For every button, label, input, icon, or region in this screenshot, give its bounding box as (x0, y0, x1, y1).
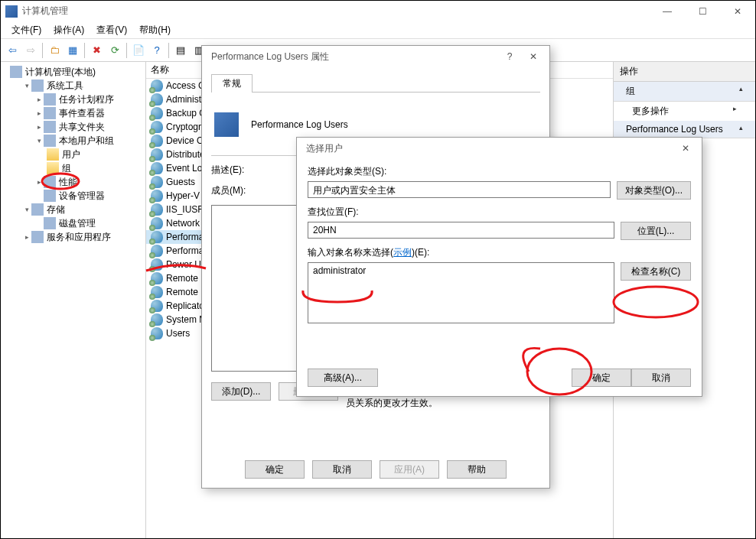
group-icon (151, 217, 163, 229)
description-label: 描述(E): (211, 164, 268, 177)
dialog-footer: 确定 取消 应用(A) 帮助 (202, 460, 549, 479)
group-icon (151, 135, 163, 147)
examples-link[interactable]: 示例 (393, 247, 412, 258)
group-icon (151, 148, 163, 161)
maximize-button[interactable]: ☐ (685, 1, 720, 22)
check-names-button[interactable]: 检查名称(C) (621, 262, 691, 281)
group-icon (151, 107, 163, 119)
advanced-button[interactable]: 高级(A)... (308, 369, 378, 387)
tabstrip: 常规 (211, 73, 540, 93)
tree-task-scheduler[interactable]: ▸任务计划程序 (2, 93, 144, 106)
location-value: 20HN (308, 222, 614, 239)
help-button[interactable]: 帮助 (447, 460, 507, 479)
tree-local-users-groups[interactable]: ▾本地用户和组 (2, 134, 144, 148)
titlebar: 计算机管理 — ☐ ✕ (1, 1, 755, 22)
collapse-icon: ▴ (739, 124, 743, 135)
folder-icon (47, 162, 59, 174)
group-icon (151, 327, 163, 339)
dialog-titlebar[interactable]: 选择用户 ✕ (297, 138, 702, 159)
menu-file[interactable]: 文件(F) (5, 22, 47, 38)
tree-pane[interactable]: 计算机管理(本地) ▾系统工具 ▸任务计划程序 ▸事件查看器 ▸共享文件夹 ▾本… (1, 62, 146, 538)
back-button[interactable]: ⇦ (4, 42, 21, 59)
group-icon (151, 190, 163, 202)
actions-title: 操作 (614, 62, 755, 82)
forward-button[interactable]: ⇨ (22, 42, 39, 59)
group-icon (151, 231, 163, 243)
cancel-button[interactable]: 取消 (631, 369, 691, 387)
group-icon (151, 313, 163, 326)
group-icon (151, 286, 163, 298)
folder-icon (47, 148, 59, 161)
object-name-input[interactable] (308, 262, 614, 323)
actions-section-perflog[interactable]: Performance Log Users▴ (614, 121, 755, 138)
group-icon (151, 93, 163, 106)
group-icon (151, 272, 163, 284)
export-button[interactable]: 📄 (130, 42, 147, 59)
dialog-title-text: Performance Log Users 属性 (211, 50, 329, 63)
tree-storage[interactable]: ▾存储 (2, 203, 144, 216)
menubar: 文件(F) 操作(A) 查看(V) 帮助(H) (1, 22, 755, 39)
object-types-button[interactable]: 对象类型(O)... (617, 181, 691, 200)
app-icon (5, 5, 18, 18)
tab-general[interactable]: 常规 (211, 74, 253, 93)
group-icon (151, 162, 163, 174)
tree-groups[interactable]: 组 (2, 161, 144, 175)
collapse-icon: ▴ (739, 85, 743, 98)
tree-system-tools[interactable]: ▾系统工具 (2, 79, 144, 93)
tree-shared-folders[interactable]: ▸共享文件夹 (2, 120, 144, 134)
properties-button[interactable]: ▦ (64, 42, 81, 59)
actions-section-group[interactable]: 组▴ (614, 82, 755, 102)
group-icon (151, 258, 163, 271)
group-icon (151, 245, 163, 257)
members-label: 成员(M): (211, 184, 268, 197)
list-item-label: Users (166, 328, 190, 339)
dialog-select-user: 选择用户 ✕ 选择此对象类型(S): 用户或内置安全主体 对象类型(O)... … (296, 137, 702, 397)
menu-view[interactable]: 查看(V) (90, 22, 133, 38)
object-name-label: 输入对象名称来选择(示例)(E): (308, 246, 691, 259)
close-button[interactable]: ✕ (720, 1, 755, 22)
delete-button[interactable]: ✖ (88, 42, 105, 59)
dialog-close-button[interactable]: ✕ (673, 140, 699, 157)
location-label: 查找位置(F): (308, 206, 691, 219)
help-button[interactable]: ? (148, 42, 165, 59)
group-icon (151, 176, 163, 188)
window-title: 计算机管理 (22, 5, 68, 18)
add-button[interactable]: 添加(D)... (211, 382, 271, 401)
locations-button[interactable]: 位置(L)... (621, 222, 691, 240)
group-icon (151, 80, 163, 92)
view1-button[interactable]: ▤ (172, 42, 189, 59)
list-item-label: Guests (166, 177, 195, 187)
menu-help[interactable]: 帮助(H) (133, 22, 177, 38)
ok-button[interactable]: 确定 (245, 460, 305, 479)
tree-device-manager[interactable]: 设备管理器 (2, 189, 144, 203)
minimize-button[interactable]: — (650, 1, 685, 22)
ok-button[interactable]: 确定 (572, 369, 631, 387)
dialog-close-button[interactable]: ✕ (520, 48, 546, 65)
dialog-titlebar[interactable]: Performance Log Users 属性 ? ✕ (202, 46, 549, 67)
up-button[interactable]: 🗀 (46, 42, 63, 59)
dialog-help-button[interactable]: ? (499, 51, 520, 62)
tree-disk-mgmt[interactable]: 磁盘管理 (2, 216, 144, 230)
col-name: 名称 (151, 63, 169, 76)
cancel-button[interactable]: 取消 (312, 460, 372, 479)
group-icon (214, 112, 239, 137)
group-name-label: Performance Log Users (251, 119, 348, 130)
actions-more[interactable]: 更多操作▸ (614, 102, 755, 121)
tree-event-viewer[interactable]: ▸事件查看器 (2, 106, 144, 120)
object-type-label: 选择此对象类型(S): (308, 165, 691, 178)
apply-button: 应用(A) (380, 460, 439, 479)
tree-root[interactable]: 计算机管理(本地) (2, 65, 144, 79)
object-type-value: 用户或内置安全主体 (308, 181, 611, 198)
group-icon (151, 203, 163, 216)
tree-performance[interactable]: ▸性能 (2, 175, 144, 189)
tree-users[interactable]: 用户 (2, 148, 144, 161)
refresh-button[interactable]: ⟳ (106, 42, 123, 59)
group-icon (151, 121, 163, 133)
group-icon (151, 300, 163, 312)
menu-action[interactable]: 操作(A) (47, 22, 90, 38)
chevron-right-icon: ▸ (733, 105, 737, 118)
dialog-title-text: 选择用户 (306, 142, 343, 155)
tree-services-apps[interactable]: ▸服务和应用程序 (2, 230, 144, 244)
